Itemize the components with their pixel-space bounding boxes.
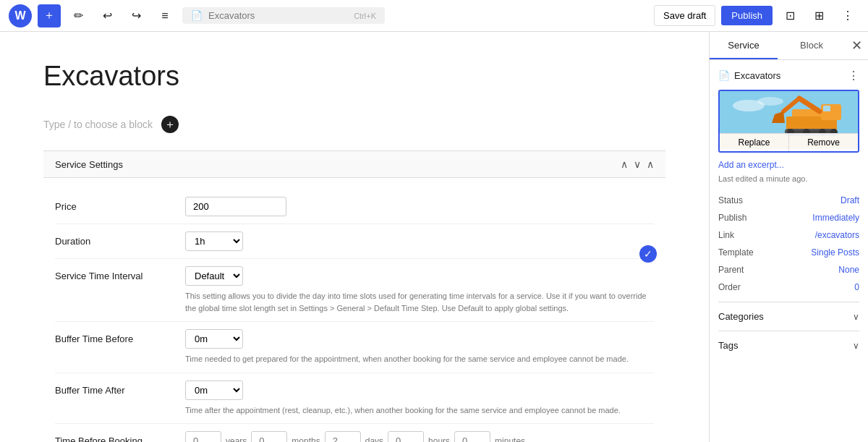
search-shortcut: Ctrl+K	[354, 12, 376, 20]
publish-value[interactable]: Immediately	[812, 213, 859, 223]
details-button[interactable]: ≡	[153, 4, 176, 27]
tags-header[interactable]: Tags ∨	[718, 337, 859, 354]
service-settings-header[interactable]: Service Settings ∧ ∨ ∧	[43, 151, 665, 178]
sidebar-panel-header: 📄 Excavators ⋮	[718, 69, 859, 82]
save-draft-button[interactable]: Save draft	[654, 5, 715, 26]
months-label: months	[292, 436, 320, 443]
panel-doc-icon: 📄	[718, 70, 730, 81]
redo-button[interactable]: ↪	[124, 4, 148, 27]
years-input[interactable]	[185, 431, 221, 442]
image-preview: Replace Remove	[718, 90, 859, 153]
add-block-button[interactable]: ＋	[38, 4, 61, 27]
price-label: Price	[55, 197, 185, 212]
tags-label: Tags	[718, 340, 738, 351]
price-input[interactable]	[185, 197, 286, 216]
tags-section: Tags ∨	[718, 331, 859, 354]
time-before-booking-control: years months days hours minutes	[185, 431, 654, 442]
panel-menu-button[interactable]: ⋮	[848, 69, 859, 82]
buffer-time-before-select[interactable]: 0m 5m 10m	[185, 329, 243, 349]
replace-button[interactable]: Replace	[720, 133, 789, 151]
edit-tool-button[interactable]: ✏	[67, 4, 90, 27]
categories-chevron-icon: ∨	[853, 312, 859, 322]
years-label: years	[226, 436, 247, 443]
block-placeholder[interactable]: Type / to choose a block ＋	[43, 109, 665, 139]
undo-button[interactable]: ↩	[95, 4, 119, 27]
sidebar-close-button[interactable]: ✕	[846, 32, 868, 59]
tab-block[interactable]: Block	[778, 33, 846, 59]
service-time-interval-select[interactable]: Default 15m 30m	[185, 266, 243, 286]
hours-label: hours	[428, 436, 450, 443]
days-input[interactable]	[325, 431, 361, 442]
toolbar: W ＋ ✏ ↩ ↪ ≡ 📄 Excavators Ctrl+K Save dra…	[0, 0, 868, 32]
sidebar-fields: Status Draft Publish Immediately Link /e…	[718, 192, 859, 296]
status-value[interactable]: Draft	[841, 195, 859, 205]
settings-toggle-button[interactable]: ⊞	[807, 4, 830, 27]
service-time-interval-control: Default 15m 30m This setting allows you …	[185, 266, 654, 314]
search-title: Excavators	[208, 10, 255, 21]
template-label: Template	[718, 247, 754, 258]
publish-button[interactable]: Publish	[721, 6, 773, 25]
time-before-booking-row: Time Before Booking years months days ho…	[55, 424, 654, 442]
categories-label: Categories	[718, 311, 764, 322]
link-label: Link	[718, 230, 734, 240]
collapse-up-button[interactable]: ∧	[621, 158, 628, 170]
add-excerpt-link[interactable]: Add an excerpt...	[718, 160, 859, 170]
block-area: Type / to choose a block ＋ ✓	[43, 109, 665, 139]
main-layout: Excavators Type / to choose a block ＋ ✓ …	[0, 32, 868, 442]
categories-header[interactable]: Categories ∨	[718, 308, 859, 325]
days-label: days	[365, 436, 383, 443]
placeholder-text: Type / to choose a block	[43, 119, 153, 130]
search-bar[interactable]: 📄 Excavators Ctrl+K	[182, 7, 385, 24]
duration-select[interactable]: 1h 30m 2h	[185, 231, 243, 251]
months-input[interactable]	[251, 431, 287, 442]
buffer-time-after-select[interactable]: 0m 5m 10m	[185, 381, 243, 400]
svg-point-15	[757, 97, 783, 106]
order-field: Order 0	[718, 279, 859, 296]
price-control	[185, 197, 654, 216]
settings-close-button[interactable]: ∧	[647, 158, 654, 170]
duration-control: 1h 30m 2h	[185, 231, 654, 251]
collapse-down-button[interactable]: ∨	[634, 158, 641, 170]
status-label: Status	[718, 195, 743, 205]
hours-input[interactable]	[388, 431, 424, 442]
publish-field: Publish Immediately	[718, 209, 859, 226]
buffer-time-before-label: Buffer Time Before	[55, 329, 185, 344]
categories-section: Categories ∨	[718, 302, 859, 325]
page-title: Excavators	[43, 61, 665, 92]
preview-button[interactable]: ⊡	[778, 4, 801, 27]
parent-value[interactable]: None	[838, 265, 859, 275]
last-edited-text: Last edited a minute ago.	[718, 174, 859, 183]
add-block-icon[interactable]: ＋	[161, 116, 179, 133]
order-value[interactable]: 0	[854, 282, 859, 292]
service-settings-panel: Service Settings ∧ ∨ ∧ Price Duratio	[43, 150, 665, 442]
minutes-label: minutes	[495, 436, 525, 443]
image-buttons: Replace Remove	[720, 133, 858, 151]
svg-rect-5	[823, 106, 830, 111]
buffer-time-after-label: Buffer Time After	[55, 381, 185, 396]
service-settings-title: Service Settings	[55, 159, 123, 170]
panel-title-text: Excavators	[734, 70, 780, 81]
duration-field-row: Duration 1h 30m 2h	[55, 224, 654, 259]
more-options-button[interactable]: ⋮	[836, 4, 859, 27]
tags-chevron-icon: ∨	[853, 341, 859, 351]
buffer-time-after-desc: Time after the appointment (rest, cleanu…	[185, 404, 654, 417]
minutes-input[interactable]	[454, 431, 490, 442]
settings-body: Price Duration 1h 30m 2h	[43, 178, 665, 442]
status-field: Status Draft	[718, 192, 859, 209]
service-time-interval-label: Service Time Interval	[55, 266, 185, 281]
link-value[interactable]: /excavators	[815, 230, 859, 240]
buffer-time-before-row: Buffer Time Before 0m 5m 10m Time needed…	[55, 322, 654, 373]
tab-service[interactable]: Service	[710, 33, 778, 59]
toolbar-right: Save draft Publish ⊡ ⊞ ⋮	[654, 4, 859, 27]
price-field-row: Price	[55, 190, 654, 224]
document-icon: 📄	[191, 10, 203, 21]
wp-logo-icon[interactable]: W	[9, 4, 32, 27]
template-value[interactable]: Single Posts	[811, 247, 859, 258]
template-field: Template Single Posts	[718, 244, 859, 261]
sidebar-panel-title: 📄 Excavators	[718, 70, 780, 81]
order-label: Order	[718, 282, 741, 292]
right-sidebar: Service Block ✕ 📄 Excavators ⋮	[709, 32, 868, 442]
remove-button[interactable]: Remove	[789, 133, 858, 151]
sidebar-tabs-container: Service Block ✕	[710, 32, 868, 60]
sidebar-content: 📄 Excavators ⋮	[710, 60, 868, 362]
